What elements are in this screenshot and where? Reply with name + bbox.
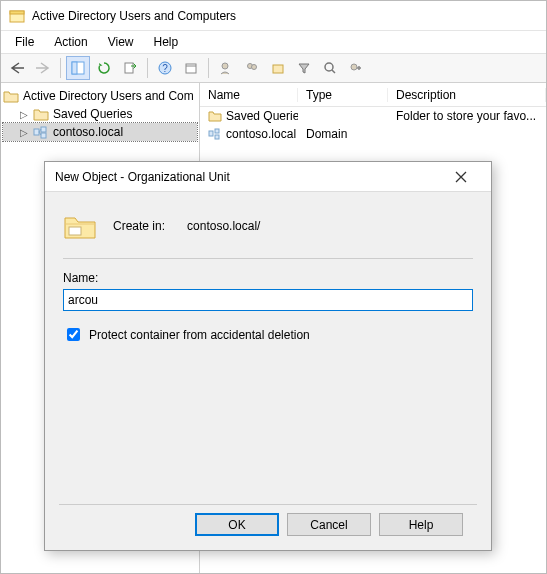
folder-icon [33, 107, 49, 121]
toolbar-separator [147, 58, 148, 78]
properties-button[interactable] [179, 56, 203, 80]
create-in-label: Create in: [113, 219, 165, 233]
menu-view[interactable]: View [98, 33, 144, 51]
svg-rect-24 [69, 227, 81, 235]
list-item-name: Saved Queries [226, 109, 298, 123]
svg-point-11 [252, 65, 257, 70]
tree-node-saved-queries[interactable]: ▷ Saved Queries [3, 105, 197, 123]
protect-checkbox[interactable] [67, 328, 80, 341]
show-hide-tree-button[interactable] [66, 56, 90, 80]
toolbar-separator [60, 58, 61, 78]
tree-node-label: contoso.local [53, 125, 123, 139]
expand-icon[interactable]: ▷ [19, 127, 29, 138]
column-header-type[interactable]: Type [298, 88, 388, 102]
folder-icon [208, 110, 222, 122]
titlebar: Active Directory Users and Computers [1, 1, 546, 31]
create-in-path: contoso.local/ [187, 219, 260, 233]
svg-rect-1 [10, 11, 24, 14]
tree-node-label: Saved Queries [53, 107, 132, 121]
svg-rect-7 [186, 64, 196, 73]
tree-root-label: Active Directory Users and Com [23, 89, 194, 103]
svg-rect-16 [34, 129, 39, 135]
dialog-footer: OK Cancel Help [59, 504, 477, 550]
tree-node-domain[interactable]: ▷ contoso.local [3, 123, 197, 141]
back-button[interactable] [5, 56, 29, 80]
menu-file[interactable]: File [5, 33, 44, 51]
svg-rect-23 [215, 135, 219, 139]
list-item-desc: Folder to store your favo... [388, 109, 546, 123]
svg-rect-18 [41, 133, 46, 138]
dialog-body: Create in: contoso.local/ Name: Protect … [45, 192, 491, 504]
window-title: Active Directory Users and Computers [32, 9, 236, 23]
ou-folder-icon [63, 212, 97, 240]
add-to-group-button[interactable] [344, 56, 368, 80]
tree-root[interactable]: Active Directory Users and Com [3, 87, 197, 105]
cancel-button[interactable]: Cancel [287, 513, 371, 536]
toolbar: ? [1, 53, 546, 83]
domain-icon [208, 128, 222, 140]
find-button[interactable] [318, 56, 342, 80]
svg-rect-17 [41, 127, 46, 132]
help-button[interactable]: Help [379, 513, 463, 536]
svg-rect-22 [215, 129, 219, 133]
dialog-titlebar: New Object - Organizational Unit [45, 162, 491, 192]
menu-help[interactable]: Help [144, 33, 189, 51]
menu-action[interactable]: Action [44, 33, 97, 51]
svg-text:?: ? [162, 63, 168, 74]
aduc-app-icon [9, 8, 25, 24]
toolbar-separator [208, 58, 209, 78]
column-header-name[interactable]: Name [200, 88, 298, 102]
filter-button[interactable] [292, 56, 316, 80]
new-group-button[interactable] [240, 56, 264, 80]
folder-icon [3, 89, 19, 103]
protect-checkbox-label: Protect container from accidental deleti… [89, 328, 310, 342]
list-item-name: contoso.local [226, 127, 296, 141]
svg-line-14 [332, 70, 335, 73]
svg-rect-4 [125, 63, 133, 73]
ok-button[interactable]: OK [195, 513, 279, 536]
name-input[interactable] [63, 289, 473, 311]
svg-point-13 [325, 63, 333, 71]
list-header: Name Type Description [200, 83, 546, 107]
name-label: Name: [63, 271, 473, 285]
svg-point-15 [351, 64, 357, 70]
new-ou-dialog: New Object - Organizational Unit Create … [44, 161, 492, 551]
column-header-description[interactable]: Description [388, 88, 546, 102]
refresh-button[interactable] [92, 56, 116, 80]
help-button[interactable]: ? [153, 56, 177, 80]
domain-icon [33, 125, 49, 139]
export-list-button[interactable] [118, 56, 142, 80]
main-window: Active Directory Users and Computers Fil… [0, 0, 547, 574]
svg-rect-12 [273, 65, 283, 73]
dialog-title: New Object - Organizational Unit [55, 170, 230, 184]
forward-button[interactable] [31, 56, 55, 80]
new-ou-button[interactable] [266, 56, 290, 80]
list-item[interactable]: Saved Queries Folder to store your favo.… [200, 107, 546, 125]
list-item-type: Domain [298, 127, 388, 141]
svg-rect-3 [72, 62, 77, 74]
menubar: File Action View Help [1, 31, 546, 53]
new-user-button[interactable] [214, 56, 238, 80]
svg-point-9 [222, 63, 228, 69]
svg-rect-21 [209, 131, 213, 136]
list-item[interactable]: contoso.local Domain [200, 125, 546, 143]
divider [63, 258, 473, 259]
close-button[interactable] [441, 163, 481, 191]
expand-icon[interactable]: ▷ [19, 109, 29, 120]
